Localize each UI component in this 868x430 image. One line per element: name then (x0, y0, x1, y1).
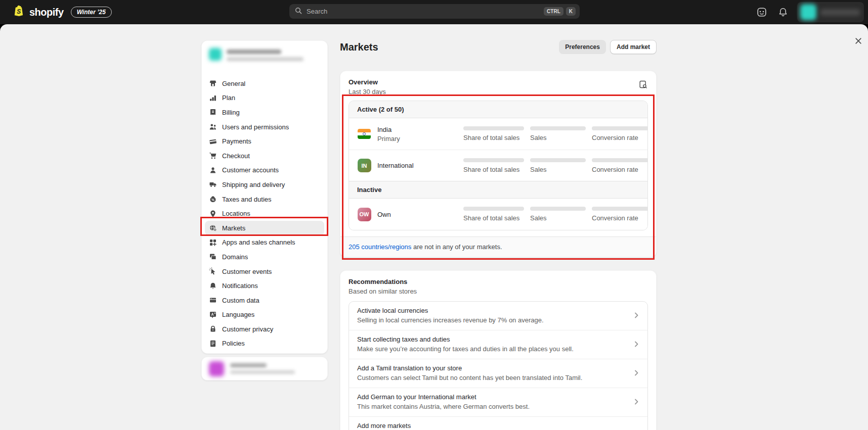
cursor-click-icon (209, 267, 217, 275)
billing-icon (209, 108, 217, 116)
ashoka-chakra (363, 132, 366, 135)
view-report-icon[interactable] (637, 78, 649, 90)
international-market-badge: IN (358, 159, 371, 172)
topbar-right (755, 0, 864, 24)
store-account-chip[interactable] (797, 2, 864, 22)
truck-icon (209, 180, 217, 188)
domains-icon (209, 253, 217, 261)
recommendations-list: Activate local currencies Selling in loc… (349, 301, 648, 430)
inactive-section-header: Inactive (349, 181, 647, 199)
apps-grid-icon (209, 238, 217, 247)
recommendation-tamil-translation[interactable]: Add a Tamil translation to your store Cu… (349, 359, 647, 388)
store-name-redacted (227, 50, 281, 54)
topbar: S shopify Winter ’25 CTRL K (0, 0, 868, 24)
metric-bar (530, 126, 586, 130)
metric-bar (592, 158, 648, 162)
sidebar-item-payments[interactable]: Payments (205, 134, 324, 149)
close-icon[interactable] (852, 34, 865, 47)
metric-bar (592, 126, 648, 130)
active-section-header: Active (2 of 50) (349, 101, 647, 118)
settings-nav: General Plan Billing Users and permissio… (205, 76, 324, 351)
sidebar-item-users-and-permissions[interactable]: Users and permissions (205, 120, 324, 134)
sidebar-item-languages[interactable]: Languages (205, 308, 324, 322)
map-pin-icon (209, 210, 217, 218)
market-name: International (377, 162, 457, 169)
page-title: Markets (340, 41, 378, 53)
custom-data-icon (209, 296, 217, 304)
overview-card: Overview Last 30 days Active (2 of 50) I… (340, 71, 657, 257)
tax-bag-icon (209, 195, 217, 203)
sidekick-icon[interactable] (755, 5, 769, 19)
users-icon (209, 123, 217, 131)
sidebar-item-billing[interactable]: Billing (205, 105, 324, 120)
store-domain-redacted (227, 57, 303, 61)
recommendation-activate-local-currencies[interactable]: Activate local currencies Selling in loc… (349, 302, 647, 330)
sidebar-item-markets[interactable]: Markets (205, 221, 324, 235)
market-row-own[interactable]: OW Own Share of total sales Sales Conver… (349, 199, 647, 230)
recommendation-collect-taxes[interactable]: Start collecting taxes and duties Make s… (349, 330, 647, 359)
market-subtitle: Primary (377, 135, 457, 142)
market-name: India (377, 126, 457, 133)
overview-subtitle: Last 30 days (349, 88, 648, 95)
sidebar-item-shipping-and-delivery[interactable]: Shipping and delivery (205, 177, 324, 192)
sidebar-item-custom-data[interactable]: Custom data (205, 293, 324, 308)
cart-icon (209, 152, 217, 160)
header-actions: Preferences Add market (559, 40, 657, 54)
sidebar-item-customer-events[interactable]: Customer events (205, 264, 324, 279)
plan-icon (209, 94, 217, 102)
sidebar-item-domains[interactable]: Domains (205, 250, 324, 264)
recommendations-subtitle: Based on similar stores (349, 288, 648, 295)
person-icon (209, 166, 217, 174)
payments-icon (209, 137, 217, 146)
shopify-admin-settings-page: S shopify Winter ’25 CTRL K (0, 0, 868, 430)
global-search[interactable]: CTRL K (289, 4, 580, 19)
overview-footer: 205 countries/regions are not in any of … (340, 236, 656, 257)
recommendations-title: Recommendations (349, 278, 648, 285)
chevron-right-icon (632, 398, 640, 406)
shortcut-ctrl-key: CTRL (544, 7, 563, 16)
sidebar-item-general[interactable]: General (205, 76, 324, 91)
edition-badge[interactable]: Winter ’25 (71, 7, 112, 18)
shortcut-k-key: K (566, 7, 576, 16)
sidebar-item-apps-and-sales-channels[interactable]: Apps and sales channels (205, 235, 324, 250)
store-name-redacted (820, 9, 860, 16)
chevron-right-icon (632, 340, 640, 348)
market-row-international[interactable]: IN International Share of total sales Sa… (349, 150, 647, 181)
add-market-button[interactable]: Add market (610, 40, 657, 54)
market-row-india[interactable]: India Primary Share of total sales Sales… (349, 118, 647, 150)
sidebar-item-locations[interactable]: Locations (205, 206, 324, 221)
preferences-button[interactable]: Preferences (559, 40, 606, 54)
sidebar-item-plan[interactable]: Plan (205, 91, 324, 106)
metric-bar (463, 126, 524, 130)
search-icon (294, 7, 302, 17)
sidebar-store-header[interactable] (209, 48, 303, 61)
chevron-right-icon (632, 311, 640, 319)
sidebar-item-customer-accounts[interactable]: Customer accounts (205, 163, 324, 178)
shopify-logo[interactable]: S shopify Winter ’25 (12, 0, 112, 24)
sidebar-item-checkout[interactable]: Checkout (205, 149, 324, 163)
sidebar-item-policies[interactable]: Policies (205, 337, 324, 351)
search-input[interactable] (307, 8, 541, 15)
recommendations-card: Recommendations Based on similar stores … (340, 270, 657, 430)
lock-icon (209, 325, 217, 333)
globe-icon (209, 224, 217, 232)
bell-icon[interactable] (776, 5, 790, 19)
bell-icon (209, 282, 217, 290)
sidebar-item-taxes-and-duties[interactable]: Taxes and duties (205, 192, 324, 207)
settings-sidebar: General Plan Billing Users and permissio… (201, 40, 328, 354)
countries-regions-link[interactable]: 205 countries/regions (349, 243, 411, 251)
metric-bar (463, 207, 524, 211)
user-name-redacted (230, 363, 267, 367)
metric-bar (530, 207, 586, 211)
sidebar-item-notifications[interactable]: Notifications (205, 278, 324, 293)
store-avatar (800, 4, 816, 20)
sidebar-user-footer[interactable] (201, 357, 328, 380)
recommendation-add-german[interactable]: Add German to your International market … (349, 388, 647, 416)
overview-title: Overview (349, 78, 648, 86)
recommendation-add-more-markets[interactable]: Add more markets (349, 416, 647, 430)
sidebar-item-customer-privacy[interactable]: Customer privacy (205, 322, 324, 337)
markets-list: Active (2 of 50) India Primary Share of … (349, 101, 648, 230)
store-avatar (209, 48, 222, 61)
shopify-bag-icon: S (12, 5, 25, 20)
store-icon (209, 79, 217, 87)
